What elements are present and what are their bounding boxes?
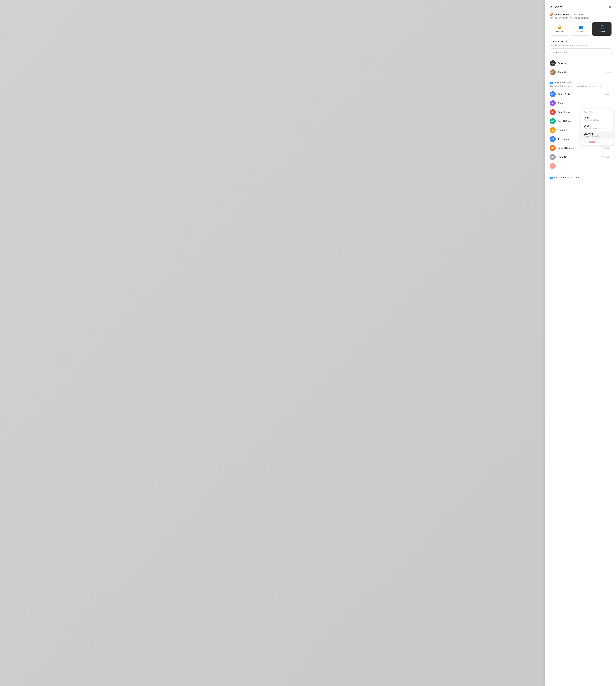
share-panel: ↗ Share × 🌈 Arkival_Brand is set to publ… (545, 0, 616, 686)
robert-role: View Only (602, 93, 612, 95)
roger-avatar: RL (550, 109, 556, 115)
share-arrow-icon: ↗ (550, 5, 552, 9)
curators-section: ✳ Curators 1 Select members below to sen… (550, 40, 612, 77)
follower-roger-row: RL Roger Loupe Roger Blake Admin Can edi… (550, 108, 612, 117)
private-icon: 🔒 (557, 25, 562, 29)
curators-desc: Select members below to send an invite. (550, 44, 612, 46)
link-avatar (550, 60, 556, 66)
adam-name: Adam Gee (557, 71, 606, 73)
curators-title: Curators (553, 40, 564, 43)
ark-status-line: 🌈 Arkival_Brand is set to public (550, 13, 612, 16)
curators-section-header: ✳ Curators 1 (550, 40, 612, 43)
adam-avatar: AG (550, 69, 556, 75)
shared-icon: 👥 (579, 25, 583, 29)
visibility-shared[interactable]: 👥 Shared (571, 22, 590, 36)
curator-adam-row: AG Adam Gee Admin (550, 68, 612, 77)
adrian-avatar: AL (550, 100, 556, 106)
followers-badge: 152 (567, 81, 573, 84)
owen-name: Owen Chir (557, 156, 602, 158)
followers-icon: 👥 (550, 81, 553, 84)
visibility-options: 🔒 Private 👥 Shared 🌐 Public (550, 22, 612, 36)
robert-avatar: RB (550, 91, 556, 97)
ark-name: Arkival_Brand (554, 13, 569, 16)
rainbow-emoji: 🌈 (550, 13, 553, 16)
owen-role: View Only (602, 156, 612, 158)
rachel-avatar: RS (550, 145, 556, 151)
joe-avatar: JD (550, 136, 556, 142)
plus-icon: + (553, 51, 554, 54)
shared-label: Shared (577, 30, 584, 33)
panel-title-text: Share (554, 5, 563, 9)
add-curator-label: Add Curator (555, 51, 567, 53)
visibility-private[interactable]: 🔒 Private (550, 22, 569, 36)
dropdown-admin-desc: Can edit and share (584, 119, 610, 121)
dropdown-view-only-title: View Only (584, 132, 610, 135)
dropdown-admin[interactable]: Admin Can edit and share (581, 115, 613, 123)
ark-status-desc: Anyone can view this Ark and it's conten… (550, 17, 612, 19)
ark-status-text: is set to (570, 13, 578, 16)
visibility-public[interactable]: 🌐 Public (592, 22, 612, 36)
followers-section-header: 👥 Followers 152 (550, 81, 612, 84)
panel-title: ↗ Share (550, 5, 563, 9)
close-button[interactable]: × (608, 4, 612, 9)
private-label: Private (556, 30, 563, 33)
rachel-role: View Only (602, 147, 612, 149)
follower-robert-row: RB Robert Blake View Only (550, 90, 612, 98)
role-dropdown: Roger Blake Admin Can edit and share Edi… (581, 109, 613, 145)
dropdown-editor-title: Editor (584, 125, 610, 127)
robert-name: Robert Blake (557, 93, 602, 95)
more-members-row (550, 161, 612, 171)
adam-role: Admin (606, 71, 612, 73)
learn-more-label: Learn more about sharing (554, 176, 580, 179)
link-icon (551, 62, 554, 65)
curators-badge: 1 (565, 40, 568, 43)
dropdown-view-only-desc: Cannot edit or share (584, 135, 610, 137)
dropdown-editor[interactable]: Editor Can edit but not share (581, 123, 613, 131)
more-avatar (550, 163, 556, 169)
remove-label: Remove (587, 141, 595, 143)
followers-title: Followers (554, 81, 566, 84)
learn-more-icon: 👥 (550, 176, 553, 179)
ark-visibility: public (578, 13, 584, 16)
public-icon: 🌐 (600, 25, 604, 29)
follower-adrian-row: AL Adrian Li (550, 98, 612, 108)
dropdown-admin-title: Admin (584, 116, 610, 119)
followers-desc: The below follow your Ark, but don't hav… (550, 85, 612, 87)
ark-status: 🌈 Arkival_Brand is set to public Anyone … (550, 13, 612, 19)
public-label: Public (599, 30, 604, 33)
curators-asterisk-icon: ✳ (550, 40, 552, 43)
dropdown-editor-desc: Can edit but not share (584, 127, 610, 129)
remove-x-icon: ✕ (584, 141, 586, 143)
rachel-name: Rachel Sanders (557, 147, 602, 149)
learn-more[interactable]: 👥 Learn more about sharing (550, 174, 612, 179)
followers-section: 👥 Followers 152 The below follow your Ar… (550, 81, 612, 171)
follower-owen-row: OC Owen Chir View Only (550, 153, 612, 161)
dropdown-remove[interactable]: ✕ Remove (581, 139, 613, 145)
copy-link-label: Copy Link (557, 62, 612, 65)
adrian-name: Adrian Li (557, 102, 612, 105)
close-icon: × (609, 5, 611, 9)
panel-header: ↗ Share × (550, 4, 612, 9)
modal-overlay: ↗ Share × 🌈 Arkival_Brand is set to publ… (0, 0, 616, 686)
owen-avatar: OC (550, 154, 556, 160)
sandra-avatar: SY (550, 127, 556, 133)
add-curator-button[interactable]: + Add Curator (550, 48, 612, 56)
gary-avatar: GO (550, 118, 556, 124)
copy-link-row[interactable]: Copy Link (550, 59, 612, 68)
dropdown-view-only[interactable]: View Only Cannot edit or share (581, 131, 613, 139)
dropdown-header: Roger Blake (581, 109, 613, 115)
